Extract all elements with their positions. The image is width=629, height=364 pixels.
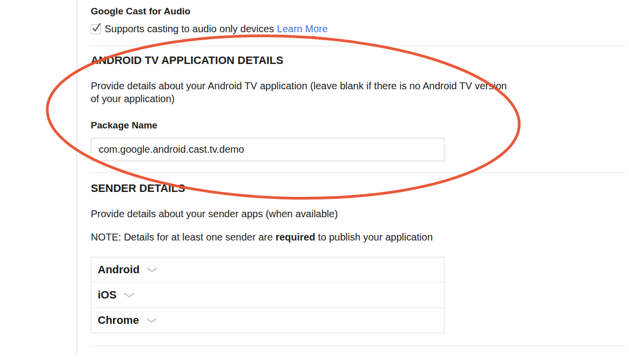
sender-row-android[interactable]: Android <box>91 257 444 282</box>
section-divider <box>90 346 626 346</box>
sender-note: NOTE: Details for at least one sender ar… <box>91 232 433 243</box>
audio-support-checkbox[interactable] <box>91 24 101 34</box>
cast-console-page: { "audio_section": { "title": "Google Ca… <box>0 0 629 364</box>
sender-platforms-list: Android iOS Chrome <box>91 257 444 333</box>
section-divider <box>90 173 626 173</box>
package-name-input[interactable] <box>91 138 444 161</box>
sender-row-label: Chrome <box>98 314 139 327</box>
sender-note-suffix: to publish your application <box>315 232 433 243</box>
sender-note-prefix: NOTE: Details for at least one sender ar… <box>91 232 275 243</box>
audio-checkbox-label: Supports casting to audio only devices <box>105 23 274 35</box>
package-name-label: Package Name <box>91 120 157 131</box>
android-tv-description-line2: of your application) <box>91 92 507 105</box>
audio-checkbox-row: Supports casting to audio only devices L… <box>91 23 328 35</box>
audio-section-title: Google Cast for Audio <box>91 6 190 17</box>
section-divider <box>90 46 626 46</box>
sender-section-title: SENDER DETAILS <box>91 182 185 195</box>
sender-row-label: Android <box>98 263 139 276</box>
learn-more-link[interactable]: Learn More <box>277 23 327 35</box>
android-tv-description: Provide details about your Android TV ap… <box>91 79 507 105</box>
sender-row-chrome[interactable]: Chrome <box>91 307 444 333</box>
sender-row-label: iOS <box>98 289 117 302</box>
chevron-down-icon[interactable] <box>146 318 157 323</box>
chevron-down-icon[interactable] <box>147 267 157 273</box>
sender-row-ios[interactable]: iOS <box>91 282 444 307</box>
sender-description: Provide details about your sender apps (… <box>91 208 338 220</box>
chevron-down-icon[interactable] <box>124 293 134 298</box>
content-left-border <box>76 0 77 353</box>
android-tv-description-line1: Provide details about your Android TV ap… <box>91 79 507 92</box>
android-tv-section-title: ANDROID TV APPLICATION DETAILS <box>91 54 283 67</box>
checkmark-icon <box>92 22 102 34</box>
sender-note-required: required <box>275 232 315 243</box>
